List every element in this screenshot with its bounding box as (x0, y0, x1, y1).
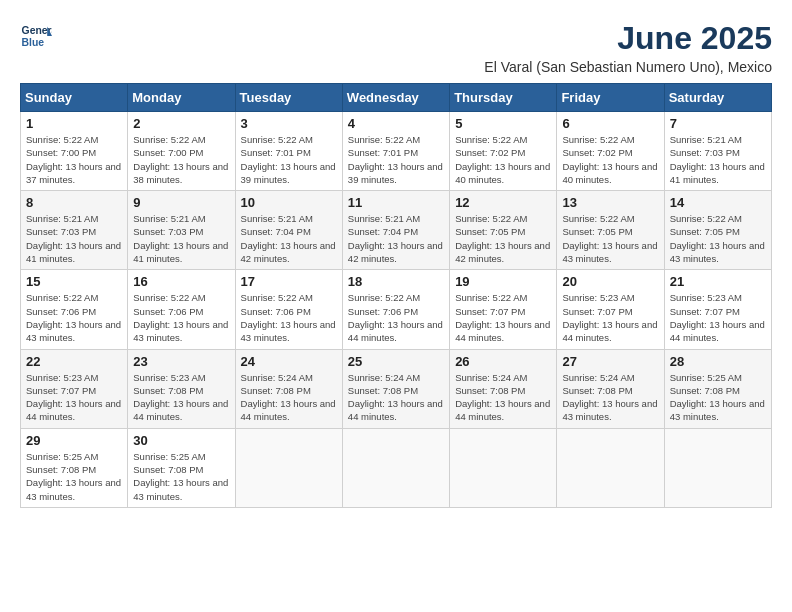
calendar-cell: 14Sunrise: 5:22 AMSunset: 7:05 PMDayligh… (664, 191, 771, 270)
day-info: Sunrise: 5:21 AMSunset: 7:04 PMDaylight:… (348, 212, 444, 265)
calendar-cell: 19Sunrise: 5:22 AMSunset: 7:07 PMDayligh… (450, 270, 557, 349)
day-number: 21 (670, 274, 766, 289)
calendar-cell (557, 428, 664, 507)
calendar-cell: 11Sunrise: 5:21 AMSunset: 7:04 PMDayligh… (342, 191, 449, 270)
day-number: 12 (455, 195, 551, 210)
day-number: 26 (455, 354, 551, 369)
calendar-cell: 12Sunrise: 5:22 AMSunset: 7:05 PMDayligh… (450, 191, 557, 270)
day-number: 11 (348, 195, 444, 210)
day-number: 4 (348, 116, 444, 131)
day-info: Sunrise: 5:23 AMSunset: 7:08 PMDaylight:… (133, 371, 229, 424)
day-info: Sunrise: 5:22 AMSunset: 7:05 PMDaylight:… (562, 212, 658, 265)
calendar-cell: 3Sunrise: 5:22 AMSunset: 7:01 PMDaylight… (235, 112, 342, 191)
day-info: Sunrise: 5:23 AMSunset: 7:07 PMDaylight:… (562, 291, 658, 344)
calendar-cell: 29Sunrise: 5:25 AMSunset: 7:08 PMDayligh… (21, 428, 128, 507)
calendar-cell: 8Sunrise: 5:21 AMSunset: 7:03 PMDaylight… (21, 191, 128, 270)
calendar-cell: 28Sunrise: 5:25 AMSunset: 7:08 PMDayligh… (664, 349, 771, 428)
calendar-row-0: 1Sunrise: 5:22 AMSunset: 7:00 PMDaylight… (21, 112, 772, 191)
calendar-cell: 1Sunrise: 5:22 AMSunset: 7:00 PMDaylight… (21, 112, 128, 191)
calendar-cell (664, 428, 771, 507)
header-monday: Monday (128, 84, 235, 112)
day-number: 7 (670, 116, 766, 131)
day-info: Sunrise: 5:24 AMSunset: 7:08 PMDaylight:… (241, 371, 337, 424)
day-number: 30 (133, 433, 229, 448)
day-info: Sunrise: 5:22 AMSunset: 7:01 PMDaylight:… (348, 133, 444, 186)
day-info: Sunrise: 5:22 AMSunset: 7:00 PMDaylight:… (133, 133, 229, 186)
day-number: 3 (241, 116, 337, 131)
day-info: Sunrise: 5:23 AMSunset: 7:07 PMDaylight:… (26, 371, 122, 424)
day-number: 14 (670, 195, 766, 210)
page-header: General Blue June 2025 El Varal (San Seb… (20, 20, 772, 75)
day-info: Sunrise: 5:22 AMSunset: 7:02 PMDaylight:… (562, 133, 658, 186)
day-number: 20 (562, 274, 658, 289)
day-number: 6 (562, 116, 658, 131)
calendar-cell: 17Sunrise: 5:22 AMSunset: 7:06 PMDayligh… (235, 270, 342, 349)
day-info: Sunrise: 5:23 AMSunset: 7:07 PMDaylight:… (670, 291, 766, 344)
day-number: 1 (26, 116, 122, 131)
day-number: 24 (241, 354, 337, 369)
day-number: 2 (133, 116, 229, 131)
calendar-cell: 26Sunrise: 5:24 AMSunset: 7:08 PMDayligh… (450, 349, 557, 428)
calendar-cell: 9Sunrise: 5:21 AMSunset: 7:03 PMDaylight… (128, 191, 235, 270)
day-info: Sunrise: 5:21 AMSunset: 7:03 PMDaylight:… (26, 212, 122, 265)
day-info: Sunrise: 5:21 AMSunset: 7:04 PMDaylight:… (241, 212, 337, 265)
calendar-cell (342, 428, 449, 507)
day-info: Sunrise: 5:22 AMSunset: 7:06 PMDaylight:… (26, 291, 122, 344)
calendar-row-2: 15Sunrise: 5:22 AMSunset: 7:06 PMDayligh… (21, 270, 772, 349)
calendar-cell: 20Sunrise: 5:23 AMSunset: 7:07 PMDayligh… (557, 270, 664, 349)
calendar-cell: 13Sunrise: 5:22 AMSunset: 7:05 PMDayligh… (557, 191, 664, 270)
day-info: Sunrise: 5:25 AMSunset: 7:08 PMDaylight:… (670, 371, 766, 424)
day-number: 17 (241, 274, 337, 289)
logo: General Blue (20, 20, 52, 52)
day-number: 27 (562, 354, 658, 369)
day-info: Sunrise: 5:24 AMSunset: 7:08 PMDaylight:… (348, 371, 444, 424)
calendar-table: Sunday Monday Tuesday Wednesday Thursday… (20, 83, 772, 508)
day-info: Sunrise: 5:21 AMSunset: 7:03 PMDaylight:… (133, 212, 229, 265)
day-number: 16 (133, 274, 229, 289)
day-info: Sunrise: 5:22 AMSunset: 7:01 PMDaylight:… (241, 133, 337, 186)
day-number: 15 (26, 274, 122, 289)
calendar-cell (235, 428, 342, 507)
calendar-cell: 18Sunrise: 5:22 AMSunset: 7:06 PMDayligh… (342, 270, 449, 349)
day-info: Sunrise: 5:22 AMSunset: 7:07 PMDaylight:… (455, 291, 551, 344)
month-title: June 2025 (484, 20, 772, 57)
header-tuesday: Tuesday (235, 84, 342, 112)
calendar-cell: 15Sunrise: 5:22 AMSunset: 7:06 PMDayligh… (21, 270, 128, 349)
day-number: 29 (26, 433, 122, 448)
day-info: Sunrise: 5:22 AMSunset: 7:06 PMDaylight:… (241, 291, 337, 344)
day-number: 28 (670, 354, 766, 369)
day-number: 8 (26, 195, 122, 210)
calendar-cell: 25Sunrise: 5:24 AMSunset: 7:08 PMDayligh… (342, 349, 449, 428)
day-number: 23 (133, 354, 229, 369)
calendar-cell: 6Sunrise: 5:22 AMSunset: 7:02 PMDaylight… (557, 112, 664, 191)
day-info: Sunrise: 5:22 AMSunset: 7:00 PMDaylight:… (26, 133, 122, 186)
calendar-cell: 2Sunrise: 5:22 AMSunset: 7:00 PMDaylight… (128, 112, 235, 191)
day-info: Sunrise: 5:24 AMSunset: 7:08 PMDaylight:… (455, 371, 551, 424)
day-number: 9 (133, 195, 229, 210)
day-number: 25 (348, 354, 444, 369)
day-info: Sunrise: 5:22 AMSunset: 7:06 PMDaylight:… (348, 291, 444, 344)
header-friday: Friday (557, 84, 664, 112)
day-info: Sunrise: 5:25 AMSunset: 7:08 PMDaylight:… (133, 450, 229, 503)
calendar-cell: 22Sunrise: 5:23 AMSunset: 7:07 PMDayligh… (21, 349, 128, 428)
day-info: Sunrise: 5:25 AMSunset: 7:08 PMDaylight:… (26, 450, 122, 503)
day-info: Sunrise: 5:24 AMSunset: 7:08 PMDaylight:… (562, 371, 658, 424)
calendar-row-3: 22Sunrise: 5:23 AMSunset: 7:07 PMDayligh… (21, 349, 772, 428)
day-number: 5 (455, 116, 551, 131)
calendar-row-1: 8Sunrise: 5:21 AMSunset: 7:03 PMDaylight… (21, 191, 772, 270)
calendar-cell (450, 428, 557, 507)
calendar-cell: 23Sunrise: 5:23 AMSunset: 7:08 PMDayligh… (128, 349, 235, 428)
day-number: 19 (455, 274, 551, 289)
calendar-cell: 5Sunrise: 5:22 AMSunset: 7:02 PMDaylight… (450, 112, 557, 191)
day-number: 22 (26, 354, 122, 369)
day-number: 13 (562, 195, 658, 210)
calendar-cell: 24Sunrise: 5:24 AMSunset: 7:08 PMDayligh… (235, 349, 342, 428)
day-info: Sunrise: 5:22 AMSunset: 7:06 PMDaylight:… (133, 291, 229, 344)
header-sunday: Sunday (21, 84, 128, 112)
header-thursday: Thursday (450, 84, 557, 112)
calendar-cell: 27Sunrise: 5:24 AMSunset: 7:08 PMDayligh… (557, 349, 664, 428)
header-wednesday: Wednesday (342, 84, 449, 112)
day-info: Sunrise: 5:22 AMSunset: 7:05 PMDaylight:… (670, 212, 766, 265)
day-info: Sunrise: 5:22 AMSunset: 7:05 PMDaylight:… (455, 212, 551, 265)
weekday-header-row: Sunday Monday Tuesday Wednesday Thursday… (21, 84, 772, 112)
